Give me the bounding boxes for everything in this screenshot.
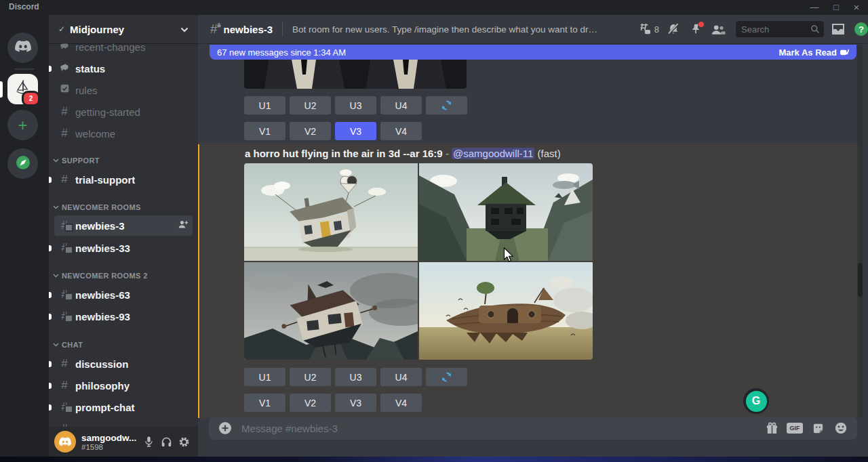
variation-button-v4[interactable]: V4: [380, 122, 422, 140]
pinned-messages-button[interactable]: [688, 21, 704, 37]
megaphone-icon: [58, 62, 71, 76]
category-newcomer-rooms[interactable]: NEWCOMER ROOMS: [53, 201, 189, 213]
pin-alert-dot: [698, 22, 704, 27]
attach-button[interactable]: [217, 420, 233, 436]
generated-image-3[interactable]: [244, 262, 418, 360]
inbox-button[interactable]: [830, 21, 846, 37]
hash-bubble-icon: #: [58, 241, 71, 255]
sticker-button[interactable]: [810, 420, 826, 436]
message-composer[interactable]: GIF: [209, 417, 857, 440]
server-icon-midjourney[interactable]: 2: [7, 74, 38, 104]
variation-button-v1[interactable]: V1: [244, 122, 285, 140]
sidebar-item-newbies-3[interactable]: # newbies-3: [54, 215, 193, 236]
upscale-button-u3[interactable]: U3: [335, 96, 376, 114]
category-label: SUPPORT: [62, 156, 100, 165]
variation-button-v3-active[interactable]: V3: [335, 122, 376, 140]
variation-button-v3[interactable]: V3: [335, 394, 376, 412]
sidebar-item-trial-support[interactable]: # trial-support: [54, 170, 193, 189]
upscale-button-u2[interactable]: U2: [290, 368, 331, 386]
channel-topic[interactable]: Bot room for new users. Type /imagine th…: [292, 24, 599, 35]
refresh-icon: [441, 371, 452, 383]
window-minimize-button[interactable]: —: [804, 0, 825, 15]
user-mention[interactable]: @samgoodwill-11: [452, 148, 534, 159]
mic-button[interactable]: [140, 433, 157, 450]
settings-button[interactable]: [175, 433, 193, 450]
chat-scrollbar-track[interactable]: [857, 45, 863, 418]
unread-pill: [49, 404, 52, 411]
plus-icon: +: [18, 117, 27, 133]
member-list-button[interactable]: [710, 21, 726, 37]
grammarly-widget[interactable]: G: [743, 388, 769, 414]
search-box[interactable]: [736, 21, 824, 37]
add-server-button[interactable]: +: [7, 110, 38, 140]
new-messages-banner[interactable]: 67 new messages since 1:34 AM Mark As Re…: [210, 45, 856, 60]
upscale-button-u2[interactable]: U2: [290, 96, 331, 114]
hash-lock-icon: #: [210, 22, 218, 37]
chat-scrollbar-thumb[interactable]: [858, 263, 863, 297]
threads-button[interactable]: [636, 21, 652, 37]
sidebar-item-discussion[interactable]: # discussion: [54, 354, 193, 373]
emoji-button[interactable]: [833, 420, 849, 436]
discord-logo-icon: [58, 437, 72, 447]
home-button[interactable]: [7, 33, 38, 63]
category-chat[interactable]: CHAT: [53, 339, 189, 351]
explore-servers-button[interactable]: [7, 148, 38, 179]
mark-as-read-button[interactable]: Mark As Read: [779, 47, 850, 58]
compass-icon: [14, 154, 32, 174]
unread-pill: [49, 177, 52, 183]
gift-button[interactable]: [764, 420, 780, 436]
gear-icon: [178, 436, 190, 448]
hash-icon: #: [58, 173, 71, 186]
help-button[interactable]: ?: [854, 22, 868, 36]
sidebar-item-rules[interactable]: rules: [54, 81, 193, 100]
server-header[interactable]: ✓ Midjourney: [49, 15, 198, 43]
channel-label: newbies-93: [75, 311, 130, 322]
create-invite-icon[interactable]: [178, 219, 189, 232]
sidebar-item-newbies-33[interactable]: # newbies-33: [54, 238, 193, 257]
deafen-button[interactable]: [157, 433, 175, 450]
channel-label: trial-support: [75, 174, 135, 186]
generated-image-4[interactable]: [419, 262, 593, 360]
sidebar-item-newbies-93[interactable]: # newbies-93: [54, 307, 193, 326]
variation-button-v4[interactable]: V4: [380, 394, 422, 412]
category-newcomer-rooms-2[interactable]: NEWCOMER ROOMS 2: [53, 270, 189, 282]
user-info[interactable]: samgoodw... #1598: [81, 433, 140, 451]
discord-logo-icon: [14, 40, 32, 56]
chevron-small-icon: [53, 274, 59, 278]
plus-circle-icon: [218, 421, 232, 435]
refresh-icon: [441, 100, 452, 111]
variation-button-v1[interactable]: V1: [244, 394, 285, 412]
members-icon: [711, 24, 726, 35]
upscale-button-u1[interactable]: U1: [244, 368, 285, 386]
banner-text: 67 new messages since 1:34 AM: [217, 47, 346, 58]
generated-image-1[interactable]: [244, 163, 418, 261]
variation-button-v2[interactable]: V2: [290, 394, 331, 412]
sidebar-item-status[interactable]: status: [54, 59, 193, 78]
sidebar-item-newbies-63[interactable]: # newbies-63: [54, 285, 193, 304]
message-input[interactable]: [240, 422, 757, 435]
gif-button[interactable]: GIF: [787, 420, 803, 436]
rerun-button[interactable]: [426, 368, 467, 386]
notification-settings-button[interactable]: [665, 21, 682, 37]
unread-pill: [49, 383, 52, 389]
upscale-button-u3[interactable]: U3: [335, 368, 376, 386]
generated-image-partial[interactable]: [244, 60, 467, 89]
upscale-button-u1[interactable]: U1: [244, 96, 285, 114]
search-input[interactable]: [740, 24, 810, 35]
avatar[interactable]: [54, 431, 76, 453]
window-close-button[interactable]: ×: [846, 0, 867, 15]
rerun-button[interactable]: [426, 96, 467, 114]
microphone-icon: [144, 436, 154, 448]
mouse-cursor: [503, 247, 515, 266]
generated-image-2[interactable]: [419, 163, 593, 261]
category-support[interactable]: SUPPORT: [53, 154, 189, 167]
sidebar-item-philosophy[interactable]: # philosophy: [54, 376, 193, 395]
variation-button-v2[interactable]: V2: [290, 122, 331, 140]
upscale-button-u4[interactable]: U4: [380, 368, 422, 386]
window-maximize-button[interactable]: □: [826, 0, 846, 15]
upscale-button-u4[interactable]: U4: [380, 96, 422, 114]
sidebar-item-welcome[interactable]: # welcome: [54, 124, 193, 143]
sidebar-item-prompt-chat[interactable]: # prompt-chat: [54, 398, 193, 417]
mark-as-read-label: Mark As Read: [779, 47, 837, 58]
sidebar-item-getting-started[interactable]: # getting-started: [54, 102, 193, 121]
